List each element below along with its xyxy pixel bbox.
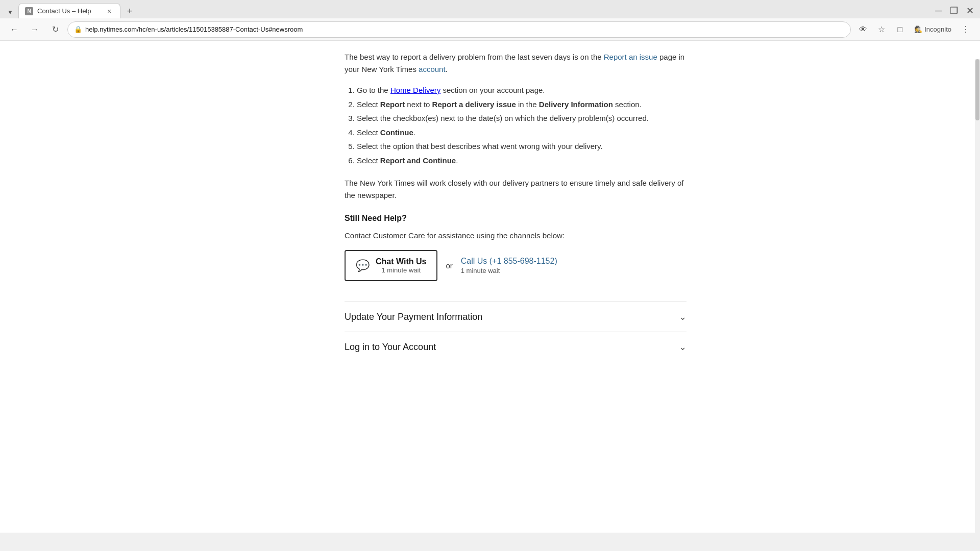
address-text: help.nytimes.com/hc/en-us/articles/11501… <box>85 26 844 33</box>
navigation-bar: ← → ↻ 🔒 help.nytimes.com/hc/en-us/articl… <box>0 18 980 41</box>
refresh-button[interactable]: ↻ <box>47 21 63 38</box>
accordion-login-title: Log in to Your Account <box>345 342 436 353</box>
scrollbar-track <box>975 59 980 551</box>
new-tab-button[interactable]: + <box>122 4 137 18</box>
call-wait: 1 minute wait <box>461 267 557 274</box>
step-4: Select Continue. <box>357 126 687 139</box>
scrollbar-thumb[interactable] <box>975 59 979 120</box>
bookmark-icon[interactable]: ☆ <box>873 21 890 38</box>
eye-slash-icon[interactable]: 👁 <box>855 21 871 38</box>
step-1: Go to the Home Delivery section on your … <box>357 84 687 97</box>
content-area: The best way to report a delivery proble… <box>273 41 707 382</box>
tab-favicon: N <box>25 7 33 15</box>
contact-options: 💬 Chat With Us 1 minute wait or Call Us … <box>345 250 687 281</box>
chat-text: Chat With Us 1 minute wait <box>376 257 426 274</box>
still-need-help-heading: Still Need Help? <box>345 214 687 223</box>
active-tab[interactable]: N Contact Us – Help × <box>18 3 120 18</box>
steps-list: Go to the Home Delivery section on your … <box>345 84 687 167</box>
chat-with-us-button[interactable]: 💬 Chat With Us 1 minute wait <box>345 250 437 281</box>
contact-intro: Contact Customer Care for assistance usi… <box>345 231 687 240</box>
tab-title: Contact Us – Help <box>37 7 101 15</box>
intro-text: The best way to report a delivery proble… <box>345 53 604 61</box>
incognito-badge[interactable]: 🕵 Incognito <box>910 21 955 38</box>
tab-bar: ▼ N Contact Us – Help × + ─ ❒ ✕ <box>0 0 980 18</box>
or-text: or <box>446 261 452 270</box>
browser-window: ▼ N Contact Us – Help × + ─ ❒ ✕ ← → ↻ 🔒 … <box>0 0 980 551</box>
step-2: Select Report next to Report a delivery … <box>357 98 687 111</box>
chevron-down-icon-2: ⌄ <box>679 341 687 353</box>
accordion-payment[interactable]: Update Your Payment Information ⌄ <box>345 302 687 332</box>
chat-wait: 1 minute wait <box>376 266 426 274</box>
accordion-login[interactable]: Log in to Your Account ⌄ <box>345 332 687 362</box>
step-5: Select the option that best describes wh… <box>357 140 687 153</box>
page-wrapper: The best way to report a delivery proble… <box>0 41 980 533</box>
forward-button[interactable]: → <box>27 21 43 38</box>
home-delivery-link[interactable]: Home Delivery <box>390 86 440 94</box>
report-issue-link[interactable]: Report an issue <box>604 53 657 61</box>
call-us-link[interactable]: Call Us (+1 855-698-1152) <box>461 257 557 266</box>
chat-icon: 💬 <box>356 259 370 272</box>
nav-actions: 👁 ☆ □ 🕵 Incognito ⋮ <box>855 21 974 38</box>
more-button[interactable]: ⋮ <box>958 21 974 38</box>
intro-paragraph: The best way to report a delivery proble… <box>345 51 687 76</box>
call-option: Call Us (+1 855-698-1152) 1 minute wait <box>461 257 557 274</box>
delivery-note: The New York Times will work closely wit… <box>345 177 687 202</box>
incognito-label: Incognito <box>924 26 951 33</box>
chat-title: Chat With Us <box>376 257 426 266</box>
step-6: Select Report and Continue. <box>357 154 687 167</box>
profile-icon[interactable]: □ <box>892 21 908 38</box>
incognito-icon: 🕵 <box>914 26 922 33</box>
step-3: Select the checkbox(es) next to the date… <box>357 112 687 125</box>
back-button[interactable]: ← <box>6 21 22 38</box>
chevron-down-icon: ⌄ <box>679 311 687 322</box>
tab-close-button[interactable]: × <box>105 7 114 16</box>
account-link[interactable]: account <box>419 65 446 73</box>
accordion-payment-title: Update Your Payment Information <box>345 312 482 322</box>
intro-end: . <box>446 65 448 73</box>
lock-icon: 🔒 <box>74 26 82 33</box>
address-bar[interactable]: 🔒 help.nytimes.com/hc/en-us/articles/115… <box>67 21 851 38</box>
